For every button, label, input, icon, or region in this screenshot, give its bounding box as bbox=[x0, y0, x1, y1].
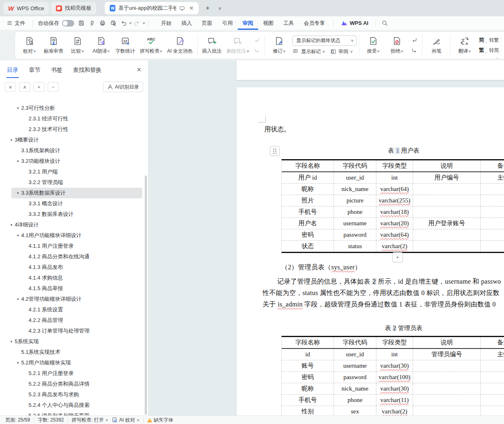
tab-wps-office[interactable]: W WPS Office bbox=[3, 2, 49, 14]
tab-list-button[interactable]: ∨ bbox=[214, 3, 225, 13]
redo-button[interactable] bbox=[132, 18, 142, 28]
save-button[interactable] bbox=[76, 18, 86, 28]
toc-collapse-button[interactable]: − bbox=[48, 82, 59, 92]
toc-item[interactable]: ▼ 4.1.3 商品发布 bbox=[0, 262, 144, 273]
menu-item-page[interactable]: 页面 bbox=[197, 17, 217, 30]
export-pdf-button[interactable] bbox=[86, 18, 97, 28]
show-markup-button[interactable]: 显示标记 ∨ bbox=[292, 48, 325, 55]
word-count-button[interactable]: 12 字数统计 bbox=[113, 34, 137, 57]
caret-down-icon[interactable]: ▼ bbox=[15, 297, 21, 301]
traditional-to-simplified-button[interactable]: 繁→ 转简 bbox=[479, 47, 499, 54]
toc-item[interactable]: ▼ 3概要设计 bbox=[0, 135, 144, 145]
new-tab-button[interactable]: + bbox=[202, 3, 213, 13]
close-icon[interactable]: ✕ bbox=[189, 5, 194, 11]
toc-item[interactable]: ▼ 2.3可行性分析 bbox=[0, 103, 144, 113]
toc-prev-button[interactable]: ∧ bbox=[19, 82, 30, 92]
toc-item[interactable]: ▼ 3.3.2 数据库表设计 bbox=[0, 209, 144, 220]
dialog-launcher-icon[interactable]: ⌟ bbox=[496, 55, 498, 59]
ai-proofread-status[interactable]: AI 校对 ∨ bbox=[112, 417, 139, 424]
sidebar-tab-contents[interactable]: 目录 bbox=[7, 62, 19, 78]
toc-item[interactable]: ▼ 4.1用户功能模块详细设计 bbox=[0, 230, 144, 241]
toc-item[interactable]: ▼ 2.3.1 经济可行性 bbox=[0, 113, 144, 124]
tab-document-active[interactable]: W 基于uni-app的校园二手物品 ✕ bbox=[105, 2, 199, 14]
caret-down-icon[interactable]: ▼ bbox=[15, 107, 21, 110]
caret-down-icon[interactable]: ▼ bbox=[8, 340, 15, 344]
caret-down-icon[interactable]: ▼ bbox=[8, 223, 15, 227]
next-comment-button[interactable] bbox=[252, 46, 262, 55]
chevron-down-icon[interactable]: ∨ bbox=[142, 21, 146, 25]
compare-button[interactable]: 比较∨ bbox=[66, 34, 89, 57]
add-row-button[interactable]: + bbox=[392, 252, 403, 262]
prev-comment-button[interactable] bbox=[252, 36, 262, 44]
toc-item[interactable]: ▼ 4.1.5 商品举报 bbox=[0, 283, 144, 294]
toc-item[interactable]: ▼ 3.3系统数据库设计 bbox=[0, 188, 144, 198]
track-changes-button[interactable]: 修订∨ bbox=[267, 34, 291, 57]
ai-read-button[interactable]: AI朗读∨ bbox=[89, 34, 113, 57]
review-pane-button[interactable]: 审阅 ∨ bbox=[330, 48, 353, 55]
toc-item[interactable]: ▼ 5.2.2 商品分类和商品详情 bbox=[0, 379, 144, 389]
caret-down-icon[interactable]: ▼ bbox=[15, 361, 21, 365]
toc-item[interactable]: ▼ 3.2.1 用户端 bbox=[0, 166, 144, 177]
wps-ai-button[interactable]: WPS AI bbox=[337, 20, 373, 27]
toc-item[interactable]: ▼ 3.2.2 管理员端 bbox=[0, 177, 144, 188]
translate-button[interactable]: 文A 翻译∨ bbox=[453, 34, 476, 57]
menu-item-review[interactable]: 审阅 bbox=[238, 17, 258, 30]
insert-comment-button[interactable]: 插入批注 bbox=[200, 34, 224, 57]
autosave-toggle[interactable] bbox=[62, 20, 74, 27]
markup-state-select[interactable]: 显示标记的最终状态 ∨ bbox=[292, 36, 357, 46]
caret-down-icon[interactable]: ▼ bbox=[15, 160, 21, 163]
sidebar-tab-bookmarks[interactable]: 书签 bbox=[51, 62, 63, 78]
toc-item[interactable]: ▼ 4.2管理功能模块详细设计 bbox=[0, 294, 144, 304]
sidebar-scrollbar[interactable] bbox=[145, 175, 147, 415]
tab-docer-templates[interactable]: 找稻壳模板 bbox=[51, 2, 96, 14]
delete-comment-button[interactable]: 删除批注∨ bbox=[224, 34, 252, 57]
toc-item[interactable]: ▼ 5系统实现 bbox=[0, 336, 144, 347]
undo-button[interactable] bbox=[118, 18, 129, 28]
toc-item[interactable]: ▼ 4.2.1 系统设置 bbox=[0, 304, 144, 315]
spell-check-button[interactable]: ABC 拼写检查∨ bbox=[137, 34, 165, 57]
toc-item[interactable]: ▼ 4.2.3 订单管理与处理管理 bbox=[0, 326, 144, 336]
toc-item[interactable]: ▼ 5.2.3 商品发布与求购 bbox=[0, 389, 144, 400]
word-count-indicator[interactable]: 字数: 25392 bbox=[38, 417, 64, 424]
caret-down-icon[interactable]: ▼ bbox=[8, 138, 15, 142]
ai-outline-button[interactable]: AI识别目录 bbox=[103, 82, 143, 92]
toc-item[interactable]: ▼ 5.1系统实现技术 bbox=[0, 347, 144, 357]
toc-item[interactable]: ▼ 5.2用户功能模块实现 bbox=[0, 357, 144, 368]
print-preview-button[interactable] bbox=[108, 18, 118, 28]
menu-item-home[interactable]: 开始 bbox=[156, 17, 177, 30]
ai-polish-button[interactable]: AI 全文润色 bbox=[165, 34, 195, 57]
toc-item[interactable]: ▼ 5.2.4 个人中心与商品搜索 bbox=[0, 400, 144, 411]
toc-item[interactable]: ▼ 4.1.1 用户注册登录 bbox=[0, 241, 144, 251]
file-menu-button[interactable]: 文件 bbox=[0, 20, 29, 27]
spellcheck-status[interactable]: 拼写检查: 打开 ∨ bbox=[72, 417, 108, 424]
prev-change-button[interactable] bbox=[409, 36, 419, 44]
simplified-to-traditional-button[interactable]: 简→ 转繁 bbox=[479, 36, 499, 44]
sidebar-tab-find-replace[interactable]: 查找和替换 bbox=[73, 62, 102, 78]
search-button[interactable] bbox=[379, 18, 390, 28]
toc-item[interactable]: ▼ 5.2.1 用户注册登录 bbox=[0, 368, 144, 379]
next-change-button[interactable] bbox=[409, 46, 419, 55]
accept-button[interactable]: 接受∨ bbox=[361, 34, 385, 57]
menu-item-view[interactable]: 视图 bbox=[258, 17, 279, 30]
close-icon[interactable]: ✕ bbox=[136, 66, 141, 73]
pen-button[interactable]: 画笔 bbox=[424, 34, 448, 57]
chevron-down-icon[interactable]: ∨ bbox=[129, 21, 132, 25]
toc-item[interactable]: ▼ 4.1.4 求购信息 bbox=[0, 273, 144, 283]
standard-review-button[interactable]: 标准审查 bbox=[41, 34, 66, 57]
drag-handle-icon[interactable] bbox=[270, 146, 280, 156]
proofread-button[interactable]: 校对∨ bbox=[18, 34, 41, 57]
toc-item[interactable]: ▼ 2.3.2 技术可行性 bbox=[0, 124, 144, 135]
sidebar-tab-chapters[interactable]: 章节 bbox=[29, 62, 41, 78]
toc-item[interactable]: ▼ 4.2.2 商品管理 bbox=[0, 315, 144, 326]
menu-item-membership[interactable]: 会员专享 bbox=[299, 17, 330, 30]
reject-button[interactable]: 拒绝∨ bbox=[385, 34, 409, 57]
toc-item[interactable]: ▼ 4.1.2 商品分类和在线沟通 bbox=[0, 251, 144, 262]
menu-item-reference[interactable]: 引用 bbox=[217, 17, 238, 30]
toc-next-button[interactable]: ∨ bbox=[5, 82, 16, 92]
toc-item[interactable]: ▼ 3.1系统架构设计 bbox=[0, 145, 144, 156]
page-indicator[interactable]: 页面: 25/59 bbox=[5, 417, 30, 424]
monitor-icon[interactable] bbox=[179, 5, 185, 11]
print-button[interactable] bbox=[97, 18, 108, 28]
menu-item-insert[interactable]: 插入 bbox=[177, 17, 197, 30]
missing-font-warning[interactable]: 缺失字体 bbox=[147, 417, 173, 424]
